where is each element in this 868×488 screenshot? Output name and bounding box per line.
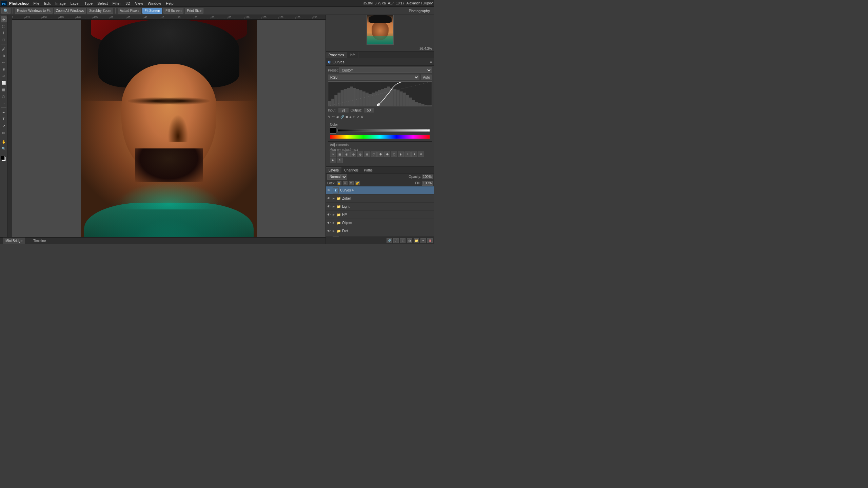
- adj-vibrance-btn[interactable]: ◒: [357, 151, 363, 157]
- selection-tool[interactable]: ⬚: [1, 23, 7, 29]
- color-rainbow-bar[interactable]: [330, 135, 430, 139]
- adj-threshold-btn[interactable]: ⧮: [418, 151, 424, 157]
- move-tool[interactable]: ✛: [1, 16, 7, 22]
- adj-selective-color-btn[interactable]: ⧰: [337, 158, 343, 163]
- adj-exposure-btn[interactable]: ◑: [350, 151, 356, 157]
- curves-blackpoint-icon[interactable]: ◼: [346, 115, 348, 119]
- layer-vis-curves4[interactable]: 👁: [327, 188, 331, 192]
- panel-menu-icon[interactable]: ≡: [430, 60, 432, 64]
- menu-help[interactable]: Help: [163, 0, 176, 7]
- adj-invert-btn[interactable]: ⧬: [405, 151, 411, 157]
- adj-levels-btn[interactable]: ▦: [337, 151, 343, 157]
- zoom-all-windows-btn[interactable]: Zoom All Windows: [54, 8, 86, 14]
- tab-info[interactable]: Info: [347, 52, 359, 58]
- layer-light[interactable]: 👁 ▶ 📁 Light: [326, 203, 434, 211]
- menu-photoshop[interactable]: Photoshop: [7, 0, 31, 7]
- shape-tool[interactable]: ▭: [1, 129, 7, 136]
- color-slider[interactable]: 0: [337, 129, 430, 132]
- hand-tool[interactable]: ✋: [1, 139, 7, 145]
- curves-options-icon[interactable]: ⚙: [361, 115, 363, 119]
- adj-gradient-map-btn[interactable]: ⧯: [330, 158, 336, 163]
- adj-hue-btn[interactable]: ◓: [364, 151, 370, 157]
- curves-eye-icon[interactable]: ◉: [336, 115, 339, 119]
- lasso-tool[interactable]: ⌇: [1, 30, 7, 36]
- fill-screen-btn[interactable]: Fill Screen: [163, 8, 183, 14]
- tab-properties[interactable]: Properties: [326, 52, 347, 58]
- curves-graph[interactable]: [328, 81, 432, 106]
- resize-windows-btn[interactable]: Resize Windows to Fit: [15, 8, 53, 14]
- lock-all-btn[interactable]: 🔐: [355, 181, 360, 185]
- menu-file[interactable]: File: [31, 0, 42, 7]
- curves-midpoint-icon[interactable]: ◈: [349, 115, 352, 119]
- layer-name-fret[interactable]: Fret: [342, 229, 433, 233]
- text-tool[interactable]: T: [1, 116, 7, 122]
- layer-name-curves4[interactable]: Curves 4: [340, 188, 433, 192]
- path-select-tool[interactable]: ↗: [1, 123, 7, 129]
- layer-vis-light[interactable]: 👁: [327, 205, 331, 208]
- layer-name-light[interactable]: Light: [342, 205, 433, 208]
- color-swatches[interactable]: [1, 156, 7, 162]
- menu-type[interactable]: Type: [82, 0, 95, 7]
- pen-tool[interactable]: ✒: [1, 109, 7, 115]
- fit-screen-btn[interactable]: Fit Screen: [142, 8, 162, 14]
- zoom-in-btn[interactable]: 🔍: [1, 8, 11, 14]
- delete-layer-btn[interactable]: 🗑: [427, 238, 433, 243]
- scrubby-zoom-btn[interactable]: Scrubby Zoom: [87, 8, 113, 14]
- tab-layers[interactable]: Layers: [326, 167, 341, 173]
- layer-fret[interactable]: 👁 ▶ 📁 Fret: [326, 227, 434, 235]
- layer-vis-fret[interactable]: 👁: [327, 229, 331, 233]
- print-size-btn[interactable]: Print Size: [185, 8, 203, 14]
- brush-tool[interactable]: ✏: [1, 59, 7, 65]
- adj-channel-mix-btn[interactable]: ⬠: [391, 151, 397, 157]
- curves-pencil-icon[interactable]: ✎: [328, 115, 331, 119]
- preset-select[interactable]: Custom: [339, 67, 432, 73]
- adj-bw-btn[interactable]: ⬢: [377, 151, 383, 157]
- curves-auto-icon[interactable]: ⟳: [357, 115, 359, 119]
- curves-smooth-icon[interactable]: 〜: [332, 115, 335, 119]
- menu-layer[interactable]: Layer: [68, 0, 82, 7]
- adj-brightness-btn[interactable]: ☀: [330, 151, 336, 157]
- history-brush-tool[interactable]: ↩: [1, 73, 7, 79]
- channel-select[interactable]: RGB: [328, 75, 419, 80]
- menu-filter[interactable]: Filter: [110, 0, 123, 7]
- layer-curves4[interactable]: 👁 ◐ Curves 4: [326, 186, 434, 195]
- layer-vis-hp[interactable]: 👁: [327, 213, 331, 217]
- adj-colorlookup-btn[interactable]: ⧫: [398, 151, 404, 157]
- tab-paths[interactable]: Paths: [361, 167, 375, 173]
- adj-colorbalance-btn[interactable]: ⬡: [371, 151, 377, 157]
- opacity-input[interactable]: [422, 175, 433, 179]
- add-mask-btn[interactable]: ◻: [400, 238, 406, 243]
- layer-name-zobel[interactable]: Zobel: [342, 197, 433, 200]
- curves-whitepoint-icon[interactable]: ◻: [353, 115, 355, 119]
- canvas-area[interactable]: [12, 20, 326, 237]
- layer-objem[interactable]: 👁 ▶ 📁 Objem: [326, 219, 434, 227]
- lock-position-btn[interactable]: ✙: [343, 181, 348, 185]
- spot-heal-tool[interactable]: ⊕: [1, 53, 7, 59]
- auto-button[interactable]: Auto: [421, 75, 432, 80]
- lock-pixels-btn[interactable]: 🔒: [337, 181, 341, 185]
- blend-mode-select[interactable]: Normal: [327, 174, 347, 180]
- menu-image[interactable]: Image: [53, 0, 68, 7]
- layer-zobel[interactable]: 👁 ▶ 📁 Zobel: [326, 195, 434, 203]
- input-value[interactable]: [338, 108, 349, 113]
- adj-photo-btn[interactable]: ⬣: [384, 151, 390, 157]
- menu-edit[interactable]: Edit: [42, 0, 53, 7]
- add-adjustment-btn[interactable]: ◑: [407, 238, 412, 243]
- gradient-tool[interactable]: ▦: [1, 86, 7, 93]
- menu-select[interactable]: Select: [95, 0, 110, 7]
- layer-vis-objem[interactable]: 👁: [327, 221, 331, 225]
- tab-channels[interactable]: Channels: [341, 167, 361, 173]
- eyedropper-tool[interactable]: 🖊: [1, 46, 7, 52]
- eraser-tool[interactable]: ⬜: [1, 80, 7, 86]
- timeline-tab[interactable]: Timeline: [31, 238, 48, 244]
- adj-curves-btn[interactable]: ◐: [343, 151, 350, 157]
- crop-tool[interactable]: ⊡: [1, 37, 7, 43]
- adj-posterize-btn[interactable]: ⧭: [411, 151, 417, 157]
- zoom-tool[interactable]: 🔍: [1, 145, 7, 151]
- foreground-color-swatch[interactable]: [330, 127, 336, 134]
- output-value[interactable]: [364, 108, 374, 113]
- new-layer-btn[interactable]: +: [420, 238, 426, 243]
- new-group-btn[interactable]: 📁: [414, 238, 419, 243]
- menu-window[interactable]: Window: [145, 0, 163, 7]
- blur-tool[interactable]: ◌: [1, 93, 7, 99]
